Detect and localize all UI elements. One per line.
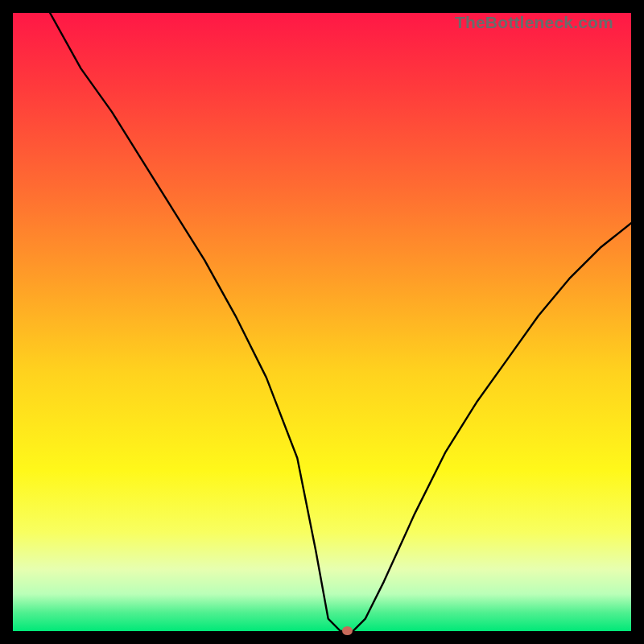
bottleneck-curve: [13, 13, 631, 631]
chart-frame: TheBottleneck.com: [0, 0, 644, 644]
minimum-marker: [342, 626, 353, 635]
plot-area: TheBottleneck.com: [13, 13, 631, 631]
